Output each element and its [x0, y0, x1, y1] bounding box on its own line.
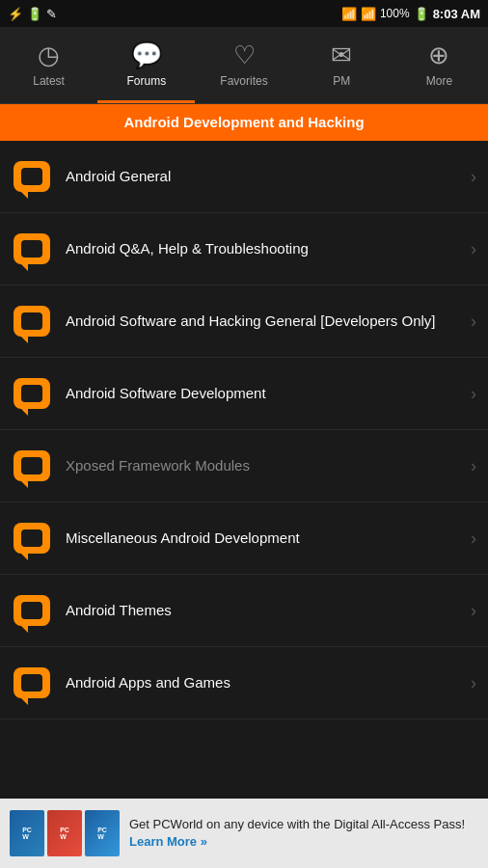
forum-item-misc-android[interactable]: Miscellaneous Android Development ›	[0, 502, 488, 575]
forum-item-android-apps[interactable]: Android Apps and Games ›	[0, 647, 488, 719]
forums-icon: 💬	[131, 41, 162, 70]
forum-icon-android-themes	[12, 590, 52, 631]
forum-item-android-general[interactable]: Android General ›	[0, 141, 488, 213]
forum-title-android-apps: Android Apps and Games	[66, 673, 471, 692]
chevron-right-icon: ›	[471, 456, 476, 476]
battery-status-icon: 🔋	[27, 7, 42, 21]
status-left-icons: ⚡ 🔋 ✎	[8, 7, 57, 21]
bubble-inner	[21, 240, 42, 258]
forum-list: Android General › Android Q&A, Help & Tr…	[0, 141, 488, 719]
forum-title-android-general: Android General	[66, 167, 471, 186]
forum-title-android-software-dev: Android Software Development	[66, 384, 471, 403]
forum-title-misc-android: Miscellaneous Android Development	[66, 529, 471, 548]
status-right-info: 📶 📶 100% 🔋 8:03 AM	[341, 7, 480, 21]
section-header: Android Development and Hacking	[0, 104, 488, 141]
ad-banner[interactable]: PCW PCW PCW Get PCWorld on any device wi…	[0, 799, 488, 868]
forum-icon-android-qa	[12, 229, 52, 269]
bubble-icon	[14, 667, 50, 698]
bubble-inner	[21, 168, 42, 185]
forum-title-xposed: Xposed Framework Modules	[66, 456, 471, 475]
bubble-inner	[21, 312, 42, 330]
pm-icon: ✉	[331, 41, 352, 70]
bubble-icon	[14, 523, 50, 554]
forum-item-xposed[interactable]: Xposed Framework Modules ›	[0, 430, 488, 502]
ad-magazine-2: PCW	[47, 810, 82, 856]
tab-forums[interactable]: 💬 Forums	[97, 27, 195, 103]
bubble-icon	[14, 595, 50, 626]
usb-icon: ⚡	[8, 7, 23, 21]
bubble-icon	[14, 378, 50, 409]
chevron-right-icon: ›	[471, 601, 476, 621]
forum-item-android-software-dev[interactable]: Android Software Development ›	[0, 358, 488, 430]
bubble-icon	[14, 450, 50, 481]
bubble-inner	[21, 385, 42, 402]
forum-item-android-software-hacking[interactable]: Android Software and Hacking General [De…	[0, 285, 488, 358]
forum-title-android-software-hacking: Android Software and Hacking General [De…	[66, 312, 471, 331]
bubble-inner	[21, 602, 42, 619]
forum-icon-android-software-dev	[12, 373, 52, 414]
chevron-right-icon: ›	[471, 167, 476, 187]
pm-label: PM	[333, 74, 350, 88]
wifi-icon: 📶	[341, 7, 357, 21]
ad-description: Get PCWorld on any device with the Digit…	[129, 817, 465, 831]
ad-magazine-images: PCW PCW PCW	[10, 810, 120, 856]
notification-icon: ✎	[46, 7, 57, 21]
forum-title-android-themes: Android Themes	[66, 601, 471, 620]
latest-label: Latest	[33, 74, 65, 88]
more-label: More	[426, 74, 452, 88]
time: 8:03 AM	[433, 7, 480, 21]
chevron-right-icon: ›	[471, 384, 476, 404]
bubble-inner	[21, 457, 42, 475]
battery-icon: 🔋	[414, 7, 429, 21]
chevron-right-icon: ›	[471, 529, 476, 549]
bubble-inner	[21, 674, 42, 692]
forum-item-android-qa[interactable]: Android Q&A, Help & Troubleshooting ›	[0, 213, 488, 285]
bubble-icon	[14, 161, 50, 192]
tab-favorites[interactable]: ♡ Favorites	[195, 27, 292, 103]
bubble-icon	[14, 306, 50, 337]
signal-icon: 📶	[361, 7, 376, 21]
ad-magazine-1: PCW	[10, 810, 44, 856]
forum-title-android-qa: Android Q&A, Help & Troubleshooting	[66, 239, 471, 258]
latest-icon: ◷	[38, 41, 60, 70]
forum-icon-misc-android	[12, 518, 52, 558]
more-icon: ⊕	[428, 41, 449, 70]
forum-icon-android-general	[12, 156, 52, 197]
ad-magazine-3: PCW	[85, 810, 120, 856]
section-title: Android Development and Hacking	[123, 114, 364, 130]
chevron-right-icon: ›	[471, 673, 476, 693]
tab-latest[interactable]: ◷ Latest	[0, 27, 97, 103]
navigation-tabs: ◷ Latest 💬 Forums ♡ Favorites ✉ PM ⊕ Mor…	[0, 27, 488, 104]
forum-icon-android-apps	[12, 663, 52, 703]
favorites-label: Favorites	[220, 74, 267, 88]
status-bar: ⚡ 🔋 ✎ 📶 📶 100% 🔋 8:03 AM	[0, 0, 488, 27]
battery-percent: 100%	[380, 7, 410, 20]
forum-item-android-themes[interactable]: Android Themes ›	[0, 575, 488, 647]
ad-cta[interactable]: Learn More »	[129, 834, 207, 849]
forums-label: Forums	[126, 74, 166, 88]
ad-text: Get PCWorld on any device with the Digit…	[129, 816, 478, 851]
chevron-right-icon: ›	[471, 312, 476, 332]
bubble-icon	[14, 233, 50, 264]
favorites-icon: ♡	[233, 41, 256, 70]
forum-icon-android-software-hacking	[12, 301, 52, 341]
forum-icon-xposed	[12, 446, 52, 486]
bubble-inner	[21, 529, 42, 547]
tab-pm[interactable]: ✉ PM	[293, 27, 391, 103]
tab-more[interactable]: ⊕ More	[391, 27, 488, 103]
chevron-right-icon: ›	[471, 239, 476, 259]
